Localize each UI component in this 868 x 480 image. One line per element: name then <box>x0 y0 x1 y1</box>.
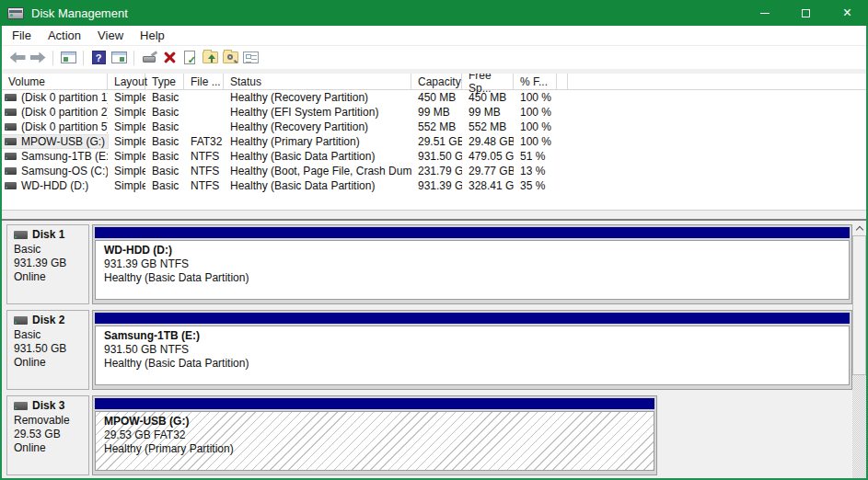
horizontal-scrollbar[interactable] <box>2 210 866 221</box>
status-cell: Healthy (Recovery Partition) <box>224 91 411 104</box>
disk-row-3: Disk 3 Removable 29.53 GB Online MPOW-US… <box>2 395 852 475</box>
volume-name-cell: Samsung-OS (C:) <box>2 165 108 177</box>
disk-kind: Basic <box>14 328 88 342</box>
column-header-layout[interactable]: Layout <box>108 74 145 89</box>
disk1-partition[interactable]: WD-HDD (D:) 931.39 GB NTFS Healthy (Basi… <box>92 224 852 304</box>
volume-row[interactable]: WD-HDD (D:) Simple Basic NTFS Healthy (B… <box>2 178 866 193</box>
chevron-up-icon <box>855 226 862 234</box>
column-header-volume[interactable]: Volume <box>2 74 108 89</box>
volume-row[interactable]: Samsung-OS (C:) Simple Basic NTFS Health… <box>2 164 866 178</box>
folder-search-icon <box>223 51 238 63</box>
maximize-icon <box>802 9 810 17</box>
up-arrow-stem <box>211 58 213 63</box>
capacity-cell: 450 MB <box>411 91 462 104</box>
check-document-button[interactable] <box>179 48 200 68</box>
capacity-cell: 552 MB <box>411 120 462 133</box>
pct-free-cell: 100 % <box>514 106 557 119</box>
pct-free-cell: 51 % <box>514 150 557 163</box>
show-action-pane-button[interactable] <box>109 48 129 68</box>
layout-cell: Simple <box>108 106 145 119</box>
capacity-cell: 99 MB <box>411 106 462 119</box>
partition-detail: 931.39 GB NTFS <box>104 257 849 271</box>
delete-volume-button[interactable] <box>159 48 179 68</box>
vertical-scrollbar[interactable] <box>852 221 866 478</box>
status-cell: Healthy (Recovery Partition) <box>224 120 411 133</box>
disk-state: Online <box>14 441 88 455</box>
status-cell: Healthy (Basic Data Partition) <box>224 179 411 192</box>
disk2-partition[interactable]: Samsung-1TB (E:) 931.50 GB NTFS Healthy … <box>92 310 852 390</box>
partition-body: WD-HDD (D:) 931.39 GB NTFS Healthy (Basi… <box>95 240 850 300</box>
menu-action[interactable]: Action <box>40 27 89 44</box>
layout-cell: Simple <box>108 179 145 192</box>
volume-name-cell: (Disk 0 partition 1) <box>2 91 108 104</box>
type-cell: Basic <box>145 179 184 192</box>
disk-size: 29.53 GB <box>14 428 88 441</box>
back-button[interactable] <box>7 48 28 68</box>
disk1-label-box[interactable]: Disk 1 Basic 931.39 GB Online <box>6 224 89 304</box>
properties-button[interactable] <box>240 48 260 68</box>
volume-row[interactable]: (Disk 0 partition 2) Simple Basic Health… <box>2 105 866 120</box>
volume-list-pane: Volume Layout Type File ... Status Capac… <box>2 74 866 210</box>
forward-arrow-icon <box>30 52 46 63</box>
help-button[interactable]: ? <box>88 48 109 68</box>
maximize-button[interactable] <box>785 0 827 26</box>
disk-size: 931.39 GB <box>14 257 88 270</box>
disk2-label-box[interactable]: Disk 2 Basic 931.50 GB Online <box>6 310 89 390</box>
free-space-cell: 29.77 GB <box>462 165 514 177</box>
partition-name: Samsung-1TB (E:) <box>104 329 849 343</box>
menu-help[interactable]: Help <box>132 27 173 44</box>
free-space-cell: 479.05 GB <box>462 150 514 163</box>
free-space-cell: 552 MB <box>462 120 514 133</box>
volume-row-selected[interactable]: MPOW-USB (G:) Simple Basic FAT32 Healthy… <box>2 134 866 149</box>
menu-view[interactable]: View <box>89 27 132 44</box>
volume-row[interactable]: (Disk 0 partition 1) Simple Basic Health… <box>2 90 866 105</box>
disk-kind: Removable <box>14 414 88 428</box>
file-system-cell: NTFS <box>184 179 224 192</box>
column-header-type[interactable]: Type <box>145 74 184 89</box>
column-header-file-system[interactable]: File ... <box>184 74 224 89</box>
folder-search-button[interactable] <box>220 48 240 68</box>
toolbar-separator <box>83 51 84 65</box>
type-cell: Basic <box>145 165 184 177</box>
volume-name-cell: (Disk 0 partition 5) <box>2 120 108 133</box>
volume-icon <box>5 94 17 101</box>
file-system-cell: NTFS <box>184 150 224 163</box>
pct-free-cell: 13 % <box>514 165 557 177</box>
disk3-label-box[interactable]: Disk 3 Removable 29.53 GB Online <box>6 395 89 475</box>
partition-status: Healthy (Primary Partition) <box>104 442 654 456</box>
volume-row[interactable]: (Disk 0 partition 5) Simple Basic Health… <box>2 120 866 134</box>
free-space-cell: 328.41 GB <box>462 179 514 192</box>
close-button[interactable]: × <box>827 0 868 26</box>
partition-detail: 931.50 GB NTFS <box>104 343 849 357</box>
show-console-tree-button[interactable] <box>58 48 78 68</box>
column-header-pct-free[interactable]: % F... <box>514 74 557 89</box>
type-cell: Basic <box>145 120 184 133</box>
disk-icon <box>14 231 28 239</box>
status-cell: Healthy (Basic Data Partition) <box>224 150 411 163</box>
action-pane-icon <box>111 51 127 63</box>
minimize-icon <box>760 13 770 14</box>
column-header-status[interactable]: Status <box>224 74 411 89</box>
tool-button[interactable] <box>139 48 159 68</box>
layout-cell: Simple <box>108 150 145 163</box>
disk-size: 931.50 GB <box>14 342 88 356</box>
volume-name-cell: WD-HDD (D:) <box>2 179 108 192</box>
forward-button[interactable] <box>28 48 48 68</box>
minimize-button[interactable] <box>744 0 785 26</box>
toolbar-separator <box>52 51 53 65</box>
console-tree-icon <box>61 51 76 63</box>
column-header-capacity[interactable]: Capacity <box>411 74 462 89</box>
status-cell: Healthy (Boot, Page File, Crash Dump... <box>224 165 411 177</box>
disk3-partition-selected[interactable]: MPOW-USB (G:) 29.53 GB FAT32 Healthy (Pr… <box>92 395 657 475</box>
scrollbar-up-button[interactable] <box>852 221 866 235</box>
disk-name: Disk 3 <box>32 399 64 412</box>
properties-icon <box>243 51 259 63</box>
folder-up-button[interactable] <box>200 48 220 68</box>
partition-name: MPOW-USB (G:) <box>104 415 654 429</box>
free-space-cell: 99 MB <box>462 106 514 119</box>
column-header-free-space[interactable]: Free Sp... <box>462 74 514 89</box>
scrollbar-thumb[interactable] <box>852 235 866 375</box>
menu-file[interactable]: File <box>4 27 40 44</box>
volume-row[interactable]: Samsung-1TB (E:) Simple Basic NTFS Healt… <box>2 149 866 164</box>
volume-name: (Disk 0 partition 5) <box>21 120 108 133</box>
